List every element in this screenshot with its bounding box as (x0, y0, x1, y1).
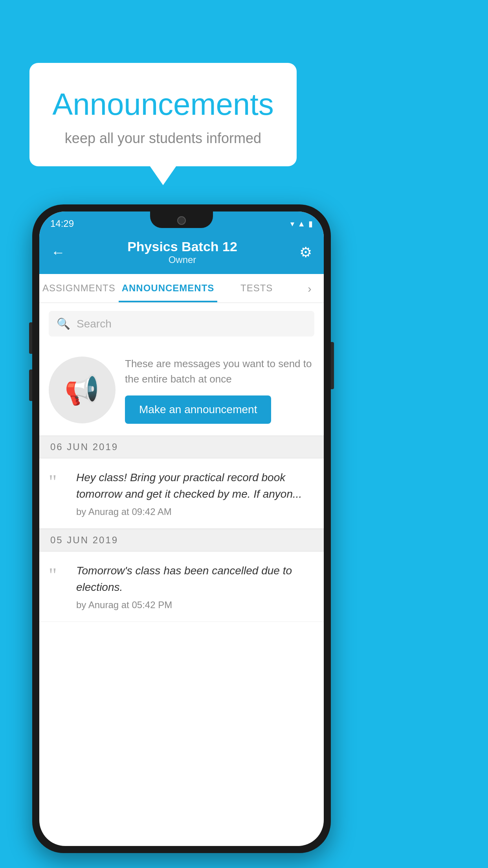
tabs-bar: ASSIGNMENTS ANNOUNCEMENTS TESTS › (39, 274, 324, 303)
phone-screen: 14:29 ▾ ▲ ▮ ← Physics Batch 12 Owner ⚙ (39, 211, 324, 846)
bubble-title: Announcements (49, 86, 277, 122)
promo-description: These are messages you want to send to t… (125, 356, 314, 387)
promo-right: These are messages you want to send to t… (125, 356, 314, 424)
app-header: ← Physics Batch 12 Owner ⚙ (39, 232, 324, 274)
search-bar[interactable]: 🔍 Search (49, 311, 314, 337)
back-button[interactable]: ← (51, 244, 65, 261)
megaphone-icon: 📢 (64, 373, 100, 407)
announcement-text-1: Hey class! Bring your practical record b… (76, 469, 314, 502)
tab-announcements[interactable]: ANNOUNCEMENTS (119, 274, 218, 302)
status-time: 14:29 (50, 218, 74, 229)
announcement-content-2: Tomorrow's class has been cancelled due … (76, 563, 314, 611)
power-button (331, 342, 334, 389)
camera-icon (177, 216, 186, 225)
date-separator-1: 06 JUN 2019 (39, 436, 324, 458)
settings-icon[interactable]: ⚙ (299, 244, 312, 261)
volume-up-button (29, 322, 32, 354)
search-container: 🔍 Search (39, 303, 324, 344)
announcement-icon-circle: 📢 (49, 357, 116, 423)
announcement-item-1[interactable]: " Hey class! Bring your practical record… (39, 458, 324, 529)
bubble-subtitle: keep all your students informed (49, 130, 277, 147)
header-center: Physics Batch 12 Owner (65, 239, 299, 265)
announcement-meta-2: by Anurag at 05:42 PM (76, 600, 314, 611)
quote-icon-1: " (49, 472, 68, 491)
battery-icon: ▮ (308, 219, 313, 228)
tab-more[interactable]: › (296, 274, 324, 302)
announcement-meta-1: by Anurag at 09:42 AM (76, 506, 314, 517)
status-icons: ▾ ▲ ▮ (290, 219, 313, 228)
search-input[interactable]: Search (77, 318, 112, 330)
announcement-item-2[interactable]: " Tomorrow's class has been cancelled du… (39, 552, 324, 622)
phone-notch (150, 211, 213, 228)
date-separator-2: 05 JUN 2019 (39, 529, 324, 552)
announcement-content-1: Hey class! Bring your practical record b… (76, 469, 314, 517)
tab-assignments[interactable]: ASSIGNMENTS (39, 274, 119, 302)
tab-tests[interactable]: TESTS (217, 274, 296, 302)
signal-icon: ▲ (297, 219, 305, 228)
header-subtitle: Owner (65, 254, 299, 265)
announcement-text-2: Tomorrow's class has been cancelled due … (76, 563, 314, 596)
volume-down-button (29, 370, 32, 401)
quote-icon-2: " (49, 565, 68, 585)
phone-outer: 14:29 ▾ ▲ ▮ ← Physics Batch 12 Owner ⚙ (32, 204, 331, 853)
speech-bubble-container: Announcements keep all your students inf… (29, 63, 297, 166)
phone-container: 14:29 ▾ ▲ ▮ ← Physics Batch 12 Owner ⚙ (32, 204, 331, 853)
speech-bubble: Announcements keep all your students inf… (29, 63, 297, 166)
promo-section: 📢 These are messages you want to send to… (39, 344, 324, 436)
make-announcement-button[interactable]: Make an announcement (125, 395, 271, 424)
search-icon: 🔍 (57, 317, 70, 330)
wifi-icon: ▾ (290, 219, 294, 228)
header-title: Physics Batch 12 (65, 239, 299, 254)
